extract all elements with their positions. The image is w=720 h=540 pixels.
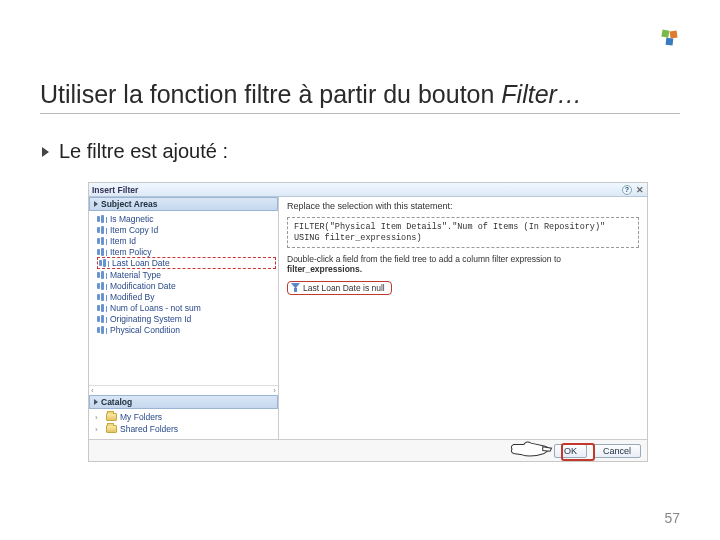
column-icon [97, 226, 107, 234]
brand-logo [660, 28, 680, 52]
ok-button[interactable]: OK [554, 444, 587, 458]
column-icon [97, 282, 107, 290]
cancel-button[interactable]: Cancel [593, 444, 641, 458]
tree-item: Physical Condition [97, 324, 276, 335]
tree-item: Item Copy Id [97, 224, 276, 235]
expand-icon[interactable]: › [95, 425, 103, 434]
help-icon[interactable]: ? [622, 185, 632, 195]
svg-rect-0 [661, 30, 669, 38]
filter-chip-text: Last Loan Date is null [303, 283, 385, 293]
catalog-tree[interactable]: › My Folders › Shared Folders [89, 409, 278, 439]
bullet-text: Le filtre est ajouté : [59, 140, 228, 163]
instruction-text: Double-click a field from the field tree… [287, 254, 639, 274]
tree-item: Item Id [97, 235, 276, 246]
subject-areas-header[interactable]: Subject Areas [89, 197, 278, 211]
funnel-icon [291, 283, 300, 292]
filter-expression-box[interactable]: FILTER("Physical Item Details"."Num of I… [287, 217, 639, 248]
filter-chip[interactable]: Last Loan Date is null [287, 281, 392, 295]
close-icon[interactable]: ✕ [636, 185, 644, 195]
tree-item: Item Policy [97, 246, 276, 257]
bullet-item: Le filtre est ajouté : [42, 140, 228, 163]
tree-item: Num of Loans - not sum [97, 302, 276, 313]
dialog-title: Insert Filter [92, 185, 138, 195]
catalog-item: › Shared Folders [95, 423, 272, 435]
tree-item: Modification Date [97, 280, 276, 291]
horizontal-scrollbar[interactable]: ‹ › [89, 385, 278, 395]
catalog-header[interactable]: Catalog [89, 395, 278, 409]
folder-icon [106, 413, 117, 421]
column-icon [97, 326, 107, 334]
column-icon [99, 259, 109, 267]
right-panel: Replace the selection with this statemen… [279, 197, 647, 439]
folder-icon [106, 425, 117, 433]
slide-title-italic: Filter… [501, 80, 582, 108]
tree-item: Material Type [97, 269, 276, 280]
slide-title-text: Utiliser la fonction filtre à partir du … [40, 80, 501, 108]
disclosure-icon [94, 201, 98, 207]
column-icon [97, 304, 107, 312]
pointing-hand-icon [509, 435, 553, 463]
expand-icon[interactable]: › [95, 413, 103, 422]
catalog-item: › My Folders [95, 411, 272, 423]
tree-item-selected: Last Loan Date [97, 257, 276, 269]
subject-areas-label: Subject Areas [101, 199, 157, 209]
column-icon [97, 215, 107, 223]
catalog-label: Catalog [101, 397, 132, 407]
dialog-footer: OK Cancel [89, 439, 647, 461]
field-tree[interactable]: Is Magnetic Item Copy Id Item Id Item Po… [89, 211, 278, 385]
svg-rect-1 [670, 30, 678, 38]
scroll-right-icon[interactable]: › [273, 386, 276, 395]
svg-rect-2 [666, 38, 674, 46]
column-icon [97, 248, 107, 256]
scroll-left-icon[interactable]: ‹ [91, 386, 94, 395]
column-icon [97, 271, 107, 279]
insert-filter-dialog: Insert Filter ? ✕ Subject Areas Is Magne… [88, 182, 648, 462]
left-panel: Subject Areas Is Magnetic Item Copy Id I… [89, 197, 279, 439]
tree-item: Is Magnetic [97, 213, 276, 224]
bullet-marker-icon [42, 147, 49, 157]
disclosure-icon [94, 399, 98, 405]
page-number: 57 [664, 510, 680, 526]
column-icon [97, 237, 107, 245]
column-icon [97, 293, 107, 301]
slide-title: Utiliser la fonction filtre à partir du … [40, 80, 680, 114]
column-icon [97, 315, 107, 323]
tree-item: Originating System Id [97, 313, 276, 324]
replace-label: Replace the selection with this statemen… [287, 201, 639, 211]
tree-item: Modified By [97, 291, 276, 302]
dialog-titlebar: Insert Filter ? ✕ [89, 183, 647, 197]
